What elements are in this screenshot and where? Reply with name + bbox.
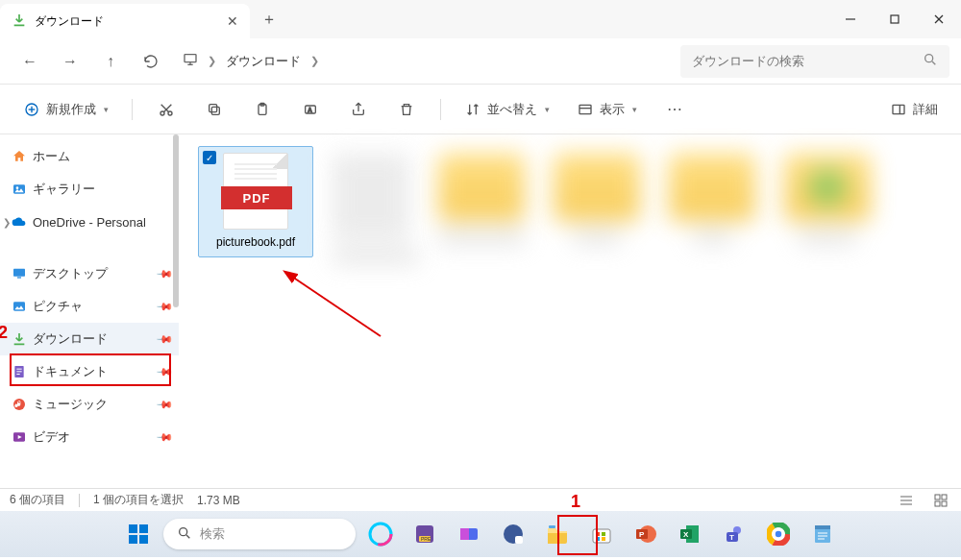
svg-text:P: P	[639, 530, 645, 539]
notepad-icon[interactable]	[803, 515, 842, 553]
copy-button[interactable]	[196, 93, 233, 126]
sidebar-label: ドキュメント	[33, 363, 108, 380]
teams-icon[interactable]: T	[715, 515, 753, 553]
cut-button[interactable]	[148, 93, 185, 126]
app-icon[interactable]	[450, 515, 488, 553]
pin-icon: 📌	[155, 362, 173, 380]
chevron-down-icon: ▾	[632, 105, 637, 114]
svg-rect-29	[17, 277, 21, 278]
paste-button[interactable]	[244, 93, 281, 126]
taskbar: 検索 PRE P X T 1	[0, 511, 961, 557]
up-button[interactable]: ↑	[92, 44, 129, 79]
status-item-count: 6 個の項目	[10, 492, 65, 508]
monitor-icon	[183, 52, 198, 71]
view-button[interactable]: 表示 ▾	[569, 93, 645, 126]
annotation-arrow	[275, 269, 390, 346]
sidebar-item-home[interactable]: ホーム	[0, 140, 179, 173]
search-icon[interactable]	[923, 52, 938, 71]
desktop-icon	[12, 266, 27, 281]
back-button[interactable]: ←	[12, 44, 48, 79]
minimize-button[interactable]	[828, 0, 873, 38]
taskbar-search[interactable]: 検索	[163, 519, 356, 549]
sidebar-label: ビデオ	[33, 428, 70, 446]
breadcrumb-current[interactable]: ダウンロード	[226, 53, 301, 70]
new-button[interactable]: 新規作成 ▾	[15, 93, 116, 126]
tab-close-icon[interactable]: ✕	[227, 13, 238, 29]
svg-rect-1	[891, 15, 899, 23]
svg-rect-4	[185, 54, 196, 61]
pdf-file-icon: PDF	[223, 153, 288, 230]
search-icon	[177, 525, 192, 544]
excel-icon[interactable]: X	[671, 515, 709, 553]
file-name: picturebook.pdf	[216, 235, 295, 251]
address-bar[interactable]: ❯ ダウンロード ❯	[173, 45, 677, 78]
details-pane-button[interactable]: 詳細	[882, 93, 946, 126]
sidebar-item-downloads[interactable]: ダウンロード 📌	[0, 323, 179, 355]
svg-rect-46	[139, 524, 148, 533]
sidebar-item-music[interactable]: ミュージック 📌	[0, 388, 179, 421]
search-input[interactable]	[692, 54, 913, 68]
video-icon	[12, 429, 27, 445]
app-icon[interactable]	[494, 515, 532, 553]
refresh-button[interactable]	[133, 44, 169, 79]
share-button[interactable]	[340, 93, 377, 126]
chevron-down-icon: ▾	[104, 105, 109, 114]
chrome-icon[interactable]	[759, 515, 798, 553]
svg-rect-57	[460, 528, 469, 540]
file-item-selected[interactable]: ✓ PDF picturebook.pdf	[198, 146, 313, 257]
forward-button[interactable]: →	[52, 44, 88, 79]
gallery-icon	[12, 182, 27, 197]
blurred-item	[669, 154, 755, 244]
app-icon[interactable]: PRE	[406, 515, 444, 553]
store-icon[interactable]	[582, 515, 621, 553]
sidebar-item-videos[interactable]: ビデオ 📌	[0, 421, 179, 453]
download-icon	[12, 331, 27, 347]
svg-rect-34	[16, 374, 19, 375]
sidebar-item-gallery[interactable]: ギャラリー	[0, 173, 179, 206]
sidebar-item-documents[interactable]: ドキュメント 📌	[0, 355, 179, 388]
view-icon	[577, 101, 594, 118]
window-tab[interactable]: ダウンロード ✕	[0, 4, 250, 38]
svg-text:PRE: PRE	[421, 536, 431, 542]
file-explorer-icon[interactable]	[538, 515, 577, 553]
titlebar-drag-area[interactable]	[288, 0, 828, 38]
svg-rect-22	[579, 105, 591, 113]
sidebar-item-onedrive[interactable]: ❯ OneDrive - Personal	[0, 206, 179, 238]
rename-button[interactable]: A	[292, 93, 329, 126]
pin-icon: 📌	[155, 264, 173, 282]
view-list-button[interactable]	[896, 492, 917, 509]
sidebar-label: ギャラリー	[33, 181, 95, 198]
more-button[interactable]: ⋯	[656, 93, 693, 126]
tab-title: ダウンロード	[35, 13, 219, 30]
sidebar-item-pictures[interactable]: ピクチャ 📌	[0, 290, 179, 323]
home-icon	[12, 149, 27, 164]
svg-rect-47	[129, 535, 137, 544]
svg-rect-82	[815, 525, 830, 529]
maximize-button[interactable]	[873, 0, 917, 38]
sidebar-label: OneDrive - Personal	[33, 215, 146, 230]
svg-rect-65	[602, 537, 605, 541]
start-button[interactable]	[119, 515, 158, 553]
svg-text:A: A	[308, 106, 312, 112]
svg-line-8	[932, 61, 935, 64]
copilot-icon[interactable]	[361, 515, 400, 553]
view-grid-button[interactable]	[930, 492, 951, 509]
sort-button[interactable]: 並べ替え ▾	[456, 93, 557, 126]
new-tab-button[interactable]: ＋	[250, 0, 288, 38]
checkbox-checked-icon[interactable]: ✓	[203, 151, 216, 164]
svg-point-7	[925, 54, 933, 61]
file-pane[interactable]: ✓ PDF picturebook.pdf	[179, 134, 961, 488]
close-window-button[interactable]	[917, 0, 961, 38]
svg-rect-32	[16, 369, 21, 370]
search-box[interactable]	[680, 45, 949, 78]
delete-button[interactable]	[388, 93, 425, 126]
sidebar-label: ホーム	[33, 148, 70, 165]
sidebar-item-desktop[interactable]: デスクトップ 📌	[0, 257, 179, 290]
separator	[79, 494, 80, 507]
svg-rect-24	[893, 105, 904, 113]
powerpoint-icon[interactable]: P	[627, 515, 665, 553]
music-icon	[12, 397, 27, 412]
titlebar: ダウンロード ✕ ＋	[0, 0, 961, 38]
sidebar-label: デスクトップ	[33, 265, 108, 282]
navbar: ← → ↑ ❯ ダウンロード ❯	[0, 38, 961, 85]
